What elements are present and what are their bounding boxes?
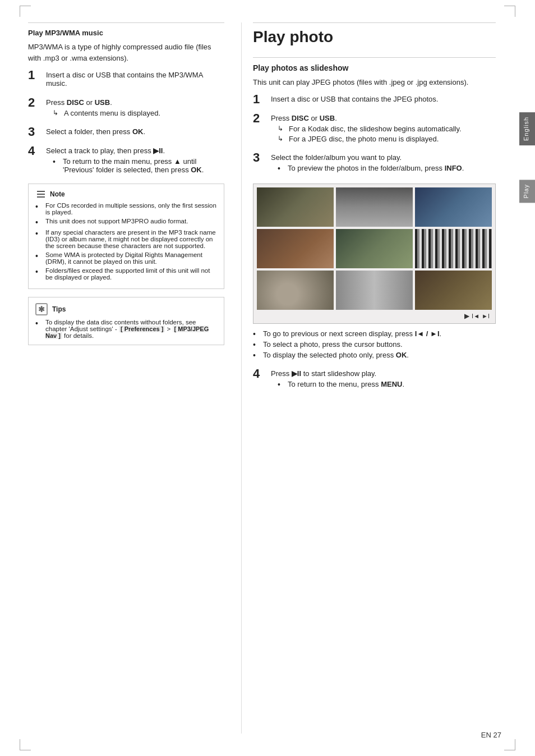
step-4-symbol: ▶II xyxy=(153,146,163,155)
right-step-3-subbullets: • To preview the photos in the folder/al… xyxy=(271,164,496,173)
step-4-content: Select a track to play, then press ▶II. … xyxy=(46,145,224,176)
right-step-3: 3 Select the folder/album you want to pl… xyxy=(253,152,496,175)
sub-divider-right xyxy=(253,57,496,58)
right-step-2-subbullets: ↳ For a Kodak disc, the slideshow begins… xyxy=(271,125,496,143)
note-item-4: •Some WMA is protected by Digital Rights… xyxy=(35,251,217,265)
step-4-sub-1-text: To return to the main menu, press ▲ unti… xyxy=(63,157,224,174)
note-item-5: •Folders/files exceed the supported limi… xyxy=(35,267,217,281)
step-4-text: Select a track to play, then press ▶II. xyxy=(46,146,224,155)
tips-header: ✱ Tips xyxy=(35,303,217,315)
left-step-4: 4 Select a track to play, then press ▶II… xyxy=(28,145,224,176)
right-step-3-sub-1-text: To preview the photos in the folder/albu… xyxy=(288,164,464,172)
post-grid-bullet-3-text: To display the selected photo only, pres… xyxy=(263,351,409,359)
note-label: Note xyxy=(50,190,65,198)
note-box: Note •For CDs recorded in multiple sessi… xyxy=(28,184,224,289)
step-number-1: 1 xyxy=(28,69,46,81)
step-1-text: Insert a disc or USB that contains the M… xyxy=(46,71,224,88)
right-step-number-4: 4 xyxy=(253,368,271,380)
note-icon xyxy=(35,190,47,199)
step-number-4: 4 xyxy=(28,145,46,157)
right-step-1-content: Insert a disc or USB that contains the J… xyxy=(271,93,496,106)
right-step-number-1: 1 xyxy=(253,93,271,106)
note-item-1: •For CDs recorded in multiple sessions, … xyxy=(35,202,217,216)
tips-item-1: • To display the data disc contents with… xyxy=(35,319,217,339)
right-step-3-text: Select the folder/album you want to play… xyxy=(271,153,496,162)
photo-cell-2 xyxy=(336,187,413,227)
top-divider-left xyxy=(28,22,224,23)
side-tab: English Play xyxy=(519,0,535,756)
post-grid-bullet-2: • To select a photo, press the cursor bu… xyxy=(253,340,496,349)
photo-cell-9 xyxy=(415,271,492,310)
bullet-dot-r4: • xyxy=(278,380,285,389)
corner-decoration-br xyxy=(504,739,515,750)
right-step-1: 1 Insert a disc or USB that contains the… xyxy=(253,93,496,106)
tips-box: ✱ Tips • To display the data disc conten… xyxy=(28,297,224,345)
left-section-title: Play MP3/WMA music xyxy=(28,29,224,37)
photo-cell-3 xyxy=(415,187,492,227)
right-sub-title: Play photos as slideshow xyxy=(253,63,496,72)
photo-cell-7 xyxy=(257,271,334,310)
step-2-content: Press DISC or USB. ↳ A contents menu is … xyxy=(46,97,224,119)
right-step-4-sub-1: • To return to the menu, press MENU. xyxy=(278,380,496,389)
right-step-4-sub-1-text: To return to the menu, press MENU. xyxy=(288,380,404,388)
corner-decoration-bl xyxy=(20,739,31,750)
step-2-text: Press DISC or USB. xyxy=(46,98,224,107)
left-step-2: 2 Press DISC or USB. ↳ A contents menu i… xyxy=(28,97,224,119)
step-3-content: Select a folder, then press OK. xyxy=(46,126,224,138)
step-number-2: 2 xyxy=(28,97,46,109)
photo-cell-5 xyxy=(336,229,413,268)
right-step-3-sub-1: • To preview the photos in the folder/al… xyxy=(278,164,496,173)
right-step-2-usb: USB xyxy=(320,114,335,122)
note-list: •For CDs recorded in multiple sessions, … xyxy=(35,202,217,281)
corner-decoration-tl xyxy=(20,6,31,17)
photo-cell-4 xyxy=(257,229,334,268)
step-2-sub-1-text: A contents menu is displayed. xyxy=(64,109,160,117)
photo-grid xyxy=(257,187,492,310)
prev-icon: I◄ xyxy=(472,313,479,319)
bullet-dot-r3: • xyxy=(278,164,285,173)
right-step-number-2: 2 xyxy=(253,112,271,125)
right-intro-text: This unit can play JPEG photos (files wi… xyxy=(253,77,496,88)
right-step-4-symbol: ▶II xyxy=(292,369,301,378)
right-step-2-sub-1-text: For a Kodak disc, the slideshow begins a… xyxy=(289,125,462,133)
photo-nav-icons: ▶ I◄ ►I xyxy=(257,310,492,320)
photo-grid-container: ▶ I◄ ►I xyxy=(253,184,496,324)
right-step-2: 2 Press DISC or USB. ↳ For a Kodak disc,… xyxy=(253,112,496,145)
note-lines-icon xyxy=(37,190,45,198)
corner-decoration-tr xyxy=(504,6,515,17)
english-label: English xyxy=(519,112,535,145)
step-2-sub-1: ↳ A contents menu is displayed. xyxy=(53,109,224,117)
post-grid-bullet-1-text: To go to previous or next screen display… xyxy=(263,329,441,338)
next-icon: ►I xyxy=(482,313,490,319)
page-number: EN 27 xyxy=(481,731,501,739)
step-number-3: 3 xyxy=(28,126,46,138)
step-1-content: Insert a disc or USB that contains the M… xyxy=(46,69,224,90)
step-3-text: Select a folder, then press OK. xyxy=(46,127,224,136)
right-step-4-text: Press ▶II to start slideshow play. xyxy=(271,369,496,378)
right-step-number-3: 3 xyxy=(253,152,271,164)
right-step-4: 4 Press ▶II to start slideshow play. • T… xyxy=(253,368,496,391)
tips-icon: ✱ xyxy=(35,303,48,315)
post-grid-bullet-1: • To go to previous or next screen displ… xyxy=(253,329,496,338)
note-item-2: •This unit does not support MP3PRO audio… xyxy=(35,218,217,227)
right-step-2-sub-2: ↳ For a JPEG disc, the photo menu is dis… xyxy=(278,135,496,143)
right-step-2-content: Press DISC or USB. ↳ For a Kodak disc, t… xyxy=(271,112,496,145)
bullet-dot-1: • xyxy=(53,157,61,166)
right-step-4-content: Press ▶II to start slideshow play. • To … xyxy=(271,368,496,391)
right-step-1-text: Insert a disc or USB that contains the J… xyxy=(271,95,496,103)
post-grid-bullets: • To go to previous or next screen displ… xyxy=(253,329,496,360)
post-grid-bullet-3: • To display the selected photo only, pr… xyxy=(253,351,496,360)
photo-cell-1 xyxy=(257,187,334,227)
arrow-icon-1: ↳ xyxy=(53,109,62,117)
play-label: Play xyxy=(519,180,535,203)
step-3-ok: OK xyxy=(132,127,144,136)
tips-label: Tips xyxy=(52,305,66,313)
step-4-subbullets: • To return to the main menu, press ▲ un… xyxy=(46,157,224,174)
right-step-2-disc: DISC xyxy=(292,114,309,122)
top-divider-right xyxy=(253,22,496,23)
left-column: Play MP3/WMA music MP3/WMA is a type of … xyxy=(28,22,241,734)
left-step-1: 1 Insert a disc or USB that contains the… xyxy=(28,69,224,90)
photo-cell-6 xyxy=(415,229,492,268)
right-step-2-text: Press DISC or USB. xyxy=(271,114,496,122)
right-step-2-sub-1: ↳ For a Kodak disc, the slideshow begins… xyxy=(278,125,496,133)
